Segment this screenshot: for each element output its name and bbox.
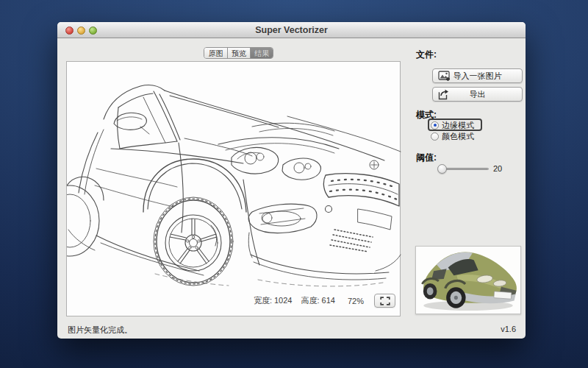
export-button[interactable]: 导出 xyxy=(432,87,523,102)
tab-original[interactable]: 原图 xyxy=(204,48,227,58)
result-canvas[interactable]: 宽度:1024 高度:614 72% xyxy=(66,61,401,316)
width-value: 1024 xyxy=(274,296,292,305)
version-label: v1.6 xyxy=(501,325,516,333)
car-photo xyxy=(416,247,520,314)
status-message: 图片矢量化完成。 xyxy=(68,325,132,336)
file-section-label: 文件: xyxy=(416,49,437,61)
radio-button-selected[interactable] xyxy=(431,121,439,130)
picture-plus-icon xyxy=(438,71,451,82)
fit-to-window-button[interactable] xyxy=(374,294,395,308)
original-image-thumbnail xyxy=(415,246,521,314)
image-dimensions: 宽度:1024 高度:614 xyxy=(254,295,337,306)
height-label: 高度: xyxy=(301,296,320,305)
slider-thumb[interactable] xyxy=(437,164,447,174)
export-label: 导出 xyxy=(470,90,486,99)
image-size-info: 宽度:1024 高度:614 72% xyxy=(254,294,395,308)
fit-to-window-icon xyxy=(380,297,390,305)
app-window: Super Vectorizer 原图 预览 结果 xyxy=(57,22,526,339)
tab-result[interactable]: 结果 xyxy=(250,48,273,58)
import-image-button[interactable]: 导入一张图片 xyxy=(432,68,523,83)
share-arrow-icon xyxy=(438,89,451,100)
radio-button-unselected[interactable] xyxy=(431,132,439,141)
desktop: { "window": { "title": "Super Vectorizer… xyxy=(0,0,588,368)
import-image-label: 导入一张图片 xyxy=(453,71,502,80)
view-tabs: 原图 预览 结果 xyxy=(204,47,273,59)
color-mode-label: 颜色模式 xyxy=(442,131,474,142)
zoom-percent: 72% xyxy=(348,297,364,305)
titlebar[interactable]: Super Vectorizer xyxy=(57,22,526,38)
radio-color-mode[interactable]: 颜色模式 xyxy=(431,131,474,141)
edge-mode-label: 边缘模式 xyxy=(442,120,474,131)
height-value: 614 xyxy=(322,296,335,305)
threshold-slider[interactable] xyxy=(438,164,489,174)
window-title: Super Vectorizer xyxy=(57,22,526,38)
vectorized-car-drawing xyxy=(67,62,401,317)
tab-preview[interactable]: 预览 xyxy=(227,48,250,58)
threshold-section-label: 阈值: xyxy=(416,152,437,164)
width-label: 宽度: xyxy=(254,296,272,305)
threshold-value: 20 xyxy=(493,164,502,174)
radio-edge-mode[interactable]: 边缘模式 xyxy=(431,120,474,130)
